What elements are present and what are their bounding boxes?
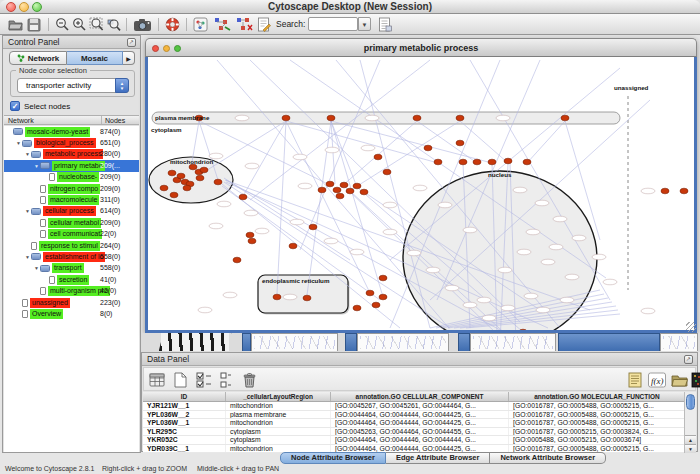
- network-node[interactable]: [160, 185, 168, 191]
- network-node[interactable]: [336, 193, 344, 199]
- network-node[interactable]: [183, 185, 191, 191]
- formula-icon[interactable]: f(x): [648, 372, 666, 388]
- tree-row[interactable]: ▼cellular process614(0): [4, 206, 139, 217]
- network-node[interactable]: [273, 294, 281, 300]
- background-window-dark[interactable]: [161, 333, 229, 351]
- search-input[interactable]: [308, 17, 358, 31]
- tree-row[interactable]: ▼primary metabo209(...: [4, 160, 139, 171]
- tree-row[interactable]: macromolecule311(0): [4, 194, 139, 205]
- network-node[interactable]: [488, 159, 496, 165]
- color-attribute-dropdown[interactable]: transporter activity ▲▼: [17, 78, 129, 93]
- network-node[interactable]: [523, 159, 531, 165]
- network-node[interactable]: [456, 140, 464, 146]
- delete-attribute-icon[interactable]: [242, 372, 257, 388]
- table-row[interactable]: YJR121W__1mitochondrion[GO:0045267, GO:0…: [143, 402, 686, 411]
- network-node[interactable]: [374, 154, 382, 160]
- annotation-icon[interactable]: [257, 17, 271, 32]
- tab-network-attribute-browser[interactable]: Network Attribute Browser: [490, 452, 606, 464]
- column-header[interactable]: annotation.GO CELLULAR_COMPONENT: [331, 392, 509, 401]
- tree-row[interactable]: unassigned223(0): [4, 297, 139, 308]
- zoom-fit-icon[interactable]: [89, 17, 104, 32]
- network-node[interactable]: [239, 194, 247, 200]
- tree-row[interactable]: ▼establishment of lo558(0): [4, 251, 139, 262]
- zoom-selected-icon[interactable]: [106, 17, 121, 32]
- network-node[interactable]: [346, 188, 354, 194]
- search-dropdown-button[interactable]: ▼: [358, 17, 371, 31]
- create-network-view-icon[interactable]: [214, 17, 231, 32]
- expander-icon[interactable]: ▼: [33, 265, 40, 271]
- background-window-preview[interactable]: [660, 333, 698, 351]
- table-scrollbar[interactable]: ▲ ▼: [684, 392, 696, 453]
- network-node[interactable]: [459, 159, 467, 165]
- scrollbar-thumb[interactable]: [686, 394, 695, 410]
- background-window-preview[interactable]: [357, 333, 449, 351]
- network-node[interactable]: [189, 164, 197, 170]
- network-node[interactable]: [456, 115, 464, 121]
- take-snapshot-icon[interactable]: [133, 17, 152, 32]
- network-node[interactable]: [434, 159, 442, 165]
- zoom-out-icon[interactable]: [55, 17, 69, 32]
- tree-row[interactable]: ▼metabolic process280(0): [4, 149, 139, 160]
- background-window-blue[interactable]: [458, 333, 470, 351]
- float-panel-icon[interactable]: ↗: [684, 355, 693, 364]
- network-node[interactable]: [366, 290, 374, 296]
- tree-row[interactable]: nucleobase-209(0): [4, 172, 139, 183]
- select-attributes-icon[interactable]: [196, 372, 212, 388]
- unselect-attributes-icon[interactable]: [220, 372, 232, 388]
- network-node[interactable]: [333, 187, 341, 193]
- network-node[interactable]: [196, 175, 204, 181]
- open-file-icon[interactable]: [8, 17, 23, 32]
- expander-icon[interactable]: ▼: [15, 140, 22, 146]
- import-annotation-icon[interactable]: [378, 17, 392, 32]
- network-node[interactable]: [303, 295, 311, 301]
- background-window-blue[interactable]: [345, 333, 357, 351]
- tree-row[interactable]: cell communicat22(0): [4, 229, 139, 240]
- tree-row[interactable]: nitrogen compo209(0): [4, 183, 139, 194]
- network-canvas[interactable]: plasma membranecytoplasmmitochondrionnuc…: [148, 57, 694, 330]
- notes-icon[interactable]: [628, 372, 643, 388]
- table-row[interactable]: YPL036W__2plasma membrane[GO:0044464, GO…: [143, 411, 686, 420]
- scroll-up-arrow[interactable]: ▲: [685, 435, 696, 444]
- scroll-down-arrow[interactable]: ▼: [685, 444, 696, 453]
- tree-row[interactable]: mosaic-demo-yeast874(0): [4, 126, 139, 137]
- network-node[interactable]: [289, 243, 297, 249]
- network-node[interactable]: [424, 145, 432, 151]
- help-icon[interactable]: [165, 17, 180, 32]
- background-window-preview[interactable]: [251, 333, 338, 351]
- expander-icon[interactable]: ▼: [33, 163, 40, 169]
- table-row[interactable]: YPL036W__1mitochondrion[GO:0044464, GO:0…: [143, 419, 686, 428]
- network-node[interactable]: [168, 170, 176, 176]
- network-node[interactable]: [372, 302, 380, 308]
- network-node[interactable]: [413, 115, 421, 121]
- network-node[interactable]: [327, 115, 335, 121]
- zoom-in-icon[interactable]: [72, 17, 86, 32]
- network-node[interactable]: [353, 305, 361, 311]
- column-header[interactable]: ID: [143, 392, 226, 401]
- network-window-titlebar[interactable]: primary metabolic process: [145, 38, 697, 57]
- network-node[interactable]: [340, 182, 348, 188]
- network-node[interactable]: [282, 115, 290, 121]
- expander-icon[interactable]: ▼: [24, 208, 31, 214]
- table-row[interactable]: YKR052Ccytoplasm[GO:0044464, GO:0044446,…: [143, 436, 686, 445]
- attribute-matrix-icon[interactable]: [691, 372, 700, 388]
- column-header[interactable]: _cellularLayoutRegion: [226, 392, 331, 401]
- network-node[interactable]: [504, 158, 512, 164]
- save-icon[interactable]: [27, 17, 41, 32]
- tree-row[interactable]: secretion41(0): [4, 274, 139, 285]
- expander-icon[interactable]: ▼: [24, 151, 31, 157]
- float-panel-icon[interactable]: ↗: [127, 38, 136, 47]
- tree-row[interactable]: ▼transport558(0): [4, 263, 139, 274]
- destroy-network-view-icon[interactable]: [236, 17, 253, 32]
- tab-network[interactable]: Network: [9, 51, 67, 65]
- background-window-blue[interactable]: [558, 333, 660, 351]
- background-window-blue[interactable]: [242, 333, 251, 351]
- tree-row[interactable]: multi-organism pro42(0): [4, 285, 139, 296]
- network-node[interactable]: [248, 238, 256, 244]
- attribute-grid-icon[interactable]: [149, 372, 166, 388]
- tabs-overflow-button[interactable]: ▶: [123, 51, 135, 65]
- network-node[interactable]: [309, 224, 317, 230]
- network-node[interactable]: [326, 181, 334, 187]
- network-node[interactable]: [214, 179, 222, 185]
- network-node[interactable]: [379, 275, 387, 281]
- network-node[interactable]: [473, 159, 481, 165]
